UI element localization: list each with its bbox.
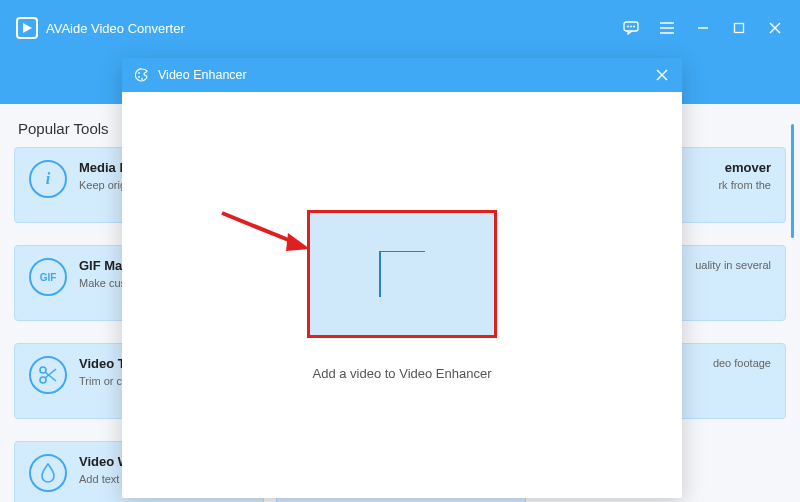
scissors-icon <box>29 356 67 394</box>
modal-header: Video Enhancer <box>122 58 682 92</box>
gif-icon: GIF <box>29 258 67 296</box>
close-button[interactable] <box>766 19 784 37</box>
logo-icon <box>16 17 38 39</box>
modal-body: Add a video to Video Enhancer <box>122 92 682 498</box>
svg-marker-0 <box>23 23 32 33</box>
window-controls <box>622 19 784 37</box>
svg-point-32 <box>138 76 140 78</box>
maximize-button[interactable] <box>730 19 748 37</box>
info-icon: i <box>29 160 67 198</box>
svg-point-33 <box>141 78 143 80</box>
svg-point-31 <box>138 72 140 74</box>
dropzone-label: Add a video to Video Enhancer <box>312 366 491 381</box>
drop-icon <box>29 454 67 492</box>
app-title: AVAide Video Converter <box>46 21 185 36</box>
svg-rect-9 <box>735 24 744 33</box>
svg-point-4 <box>633 26 635 28</box>
app-logo: AVAide Video Converter <box>16 17 185 39</box>
menu-icon[interactable] <box>658 19 676 37</box>
scrollbar-thumb[interactable] <box>791 124 794 238</box>
minimize-button[interactable] <box>694 19 712 37</box>
modal-title: Video Enhancer <box>158 68 247 82</box>
app-header: AVAide Video Converter <box>0 0 800 56</box>
video-enhancer-modal: Video Enhancer Add a video to Video Enha… <box>122 58 682 498</box>
plus-icon <box>379 251 425 297</box>
add-video-dropzone[interactable] <box>307 210 497 338</box>
palette-icon <box>134 67 150 83</box>
svg-point-3 <box>630 26 632 28</box>
feedback-icon[interactable] <box>622 19 640 37</box>
svg-point-2 <box>627 26 629 28</box>
modal-close-button[interactable] <box>654 67 670 83</box>
